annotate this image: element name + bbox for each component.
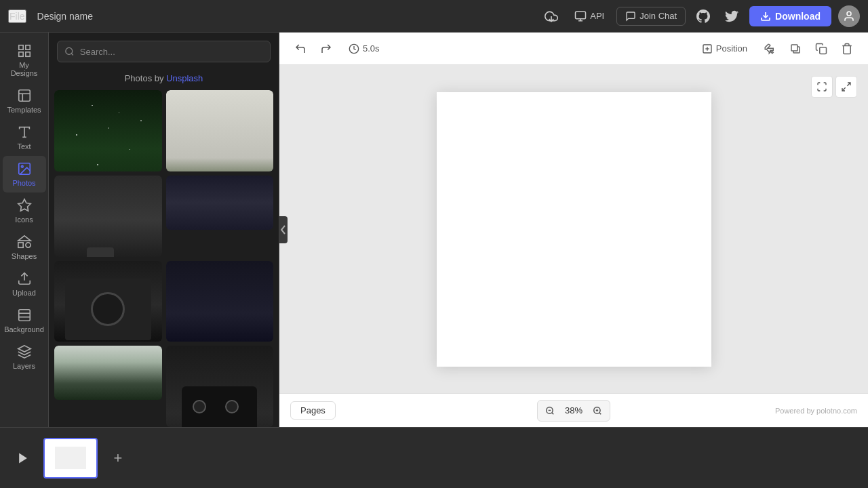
panel-collapse-handle[interactable] xyxy=(279,216,288,243)
shapes-icon xyxy=(17,235,32,249)
svg-rect-1 xyxy=(576,12,586,19)
download-button[interactable]: Download xyxy=(749,6,831,26)
powered-by: Powered by polotno.com xyxy=(775,407,857,415)
design-name[interactable]: Design name xyxy=(37,11,94,22)
github-icon-button[interactable] xyxy=(692,5,714,27)
sidebar-item-background[interactable]: Background xyxy=(3,302,46,339)
api-button[interactable]: API xyxy=(569,7,610,25)
timer-button[interactable]: 5.0s xyxy=(342,41,387,57)
topbar: File Design name API Join Chat xyxy=(0,0,868,33)
sidebar-label-text: Text xyxy=(17,142,31,150)
svg-rect-10 xyxy=(18,90,30,102)
add-page-button[interactable]: + xyxy=(106,446,130,470)
fill-color-button[interactable] xyxy=(760,39,780,59)
cloud-icon xyxy=(545,9,558,23)
photo-item-5[interactable] xyxy=(54,261,162,342)
svg-rect-30 xyxy=(791,45,797,51)
avatar[interactable] xyxy=(838,5,860,27)
photo-item-7[interactable] xyxy=(54,346,162,427)
delete-icon xyxy=(841,43,853,55)
position-button[interactable]: Position xyxy=(695,40,754,58)
sidebar-label-my-designs: My Designs xyxy=(5,61,43,77)
undo-icon xyxy=(294,43,307,55)
fill-icon xyxy=(764,43,776,55)
svg-rect-21 xyxy=(18,310,30,321)
play-button[interactable] xyxy=(11,446,35,470)
sidebar-item-shapes[interactable]: Shapes xyxy=(3,229,46,266)
svg-line-33 xyxy=(552,412,554,414)
sidebar-label-shapes: Shapes xyxy=(12,252,37,260)
download-icon xyxy=(760,11,771,22)
photo-item-1[interactable] xyxy=(54,90,162,171)
pages-button[interactable]: Pages xyxy=(290,401,336,420)
canvas-white-area[interactable] xyxy=(437,92,711,367)
copy-icon xyxy=(815,43,827,55)
svg-rect-7 xyxy=(25,45,29,49)
photos-credit: Photos by Unsplash xyxy=(49,68,279,90)
unsplash-link[interactable]: Unsplash xyxy=(166,73,203,83)
copy-button[interactable] xyxy=(811,39,831,59)
search-box xyxy=(57,41,271,62)
undo-button[interactable] xyxy=(290,39,311,59)
arrange-button[interactable] xyxy=(785,39,806,59)
svg-point-18 xyxy=(25,243,30,247)
sidebar-item-icons[interactable]: Icons xyxy=(3,192,46,229)
sidebar-label-upload: Upload xyxy=(12,289,36,297)
timer-value: 5.0s xyxy=(363,43,380,54)
zoom-in-button[interactable] xyxy=(589,403,606,419)
main-area: My Designs Templates Text Photos xyxy=(0,33,868,427)
restore-icon xyxy=(816,81,827,92)
sidebar-label-background: Background xyxy=(4,325,44,333)
join-chat-button[interactable]: Join Chat xyxy=(616,7,686,26)
svg-point-16 xyxy=(21,165,23,167)
photo-item-2[interactable] xyxy=(166,90,274,171)
canvas-area: 5.0s Position xyxy=(279,33,868,427)
twitter-icon-button[interactable] xyxy=(721,5,743,27)
api-icon xyxy=(574,10,587,22)
cloud-icon-button[interactable] xyxy=(540,5,562,27)
svg-marker-19 xyxy=(18,236,30,241)
frame-restore-button[interactable] xyxy=(811,76,833,98)
file-menu-button[interactable]: File xyxy=(8,9,26,23)
sidebar-item-templates[interactable]: Templates xyxy=(3,83,46,119)
canvas-bottom-bar: Pages 38% Powered by polotno.com xyxy=(279,393,868,427)
arrange-icon xyxy=(789,43,802,55)
search-input[interactable] xyxy=(80,47,263,57)
sidebar-item-upload[interactable]: Upload xyxy=(3,266,46,302)
photos-panel: Photos by Unsplash xyxy=(49,33,279,427)
upload-icon xyxy=(17,271,32,286)
delete-button[interactable] xyxy=(837,39,857,59)
zoom-out-button[interactable] xyxy=(542,403,558,419)
sidebar-item-photos[interactable]: Photos xyxy=(3,156,46,192)
sidebar-item-my-designs[interactable]: My Designs xyxy=(3,38,46,83)
photo-item-6[interactable] xyxy=(166,261,274,342)
photo-item-3[interactable] xyxy=(54,176,162,257)
chat-icon xyxy=(625,11,636,22)
icons-icon xyxy=(17,198,32,213)
svg-rect-8 xyxy=(18,52,22,56)
layers-icon xyxy=(17,344,32,359)
chevron-left-icon xyxy=(281,225,286,235)
expand-icon xyxy=(841,81,852,92)
sidebar-item-text[interactable]: Text xyxy=(3,119,46,156)
svg-marker-22 xyxy=(18,346,30,352)
page-thumbnail-1[interactable] xyxy=(43,438,98,479)
photo-item-8[interactable] xyxy=(166,346,274,427)
search-icon xyxy=(64,46,75,57)
sidebar-label-icons: Icons xyxy=(15,216,33,224)
play-icon xyxy=(16,451,30,465)
background-icon xyxy=(17,308,32,323)
redo-icon xyxy=(320,43,332,55)
templates-icon xyxy=(17,88,32,103)
photo-item-4[interactable] xyxy=(166,176,274,257)
twitter-icon xyxy=(725,9,738,23)
frame-expand-button[interactable] xyxy=(835,76,857,98)
redo-button[interactable] xyxy=(316,39,336,59)
sidebar-label-photos: Photos xyxy=(12,179,35,187)
sidebar-item-layers[interactable]: Layers xyxy=(3,339,46,375)
canvas-frame-buttons xyxy=(811,76,857,98)
clock-icon xyxy=(349,43,359,54)
timeline-bar: + xyxy=(0,427,868,488)
zoom-controls: 38% xyxy=(537,400,610,422)
sidebar-label-layers: Layers xyxy=(13,362,35,370)
